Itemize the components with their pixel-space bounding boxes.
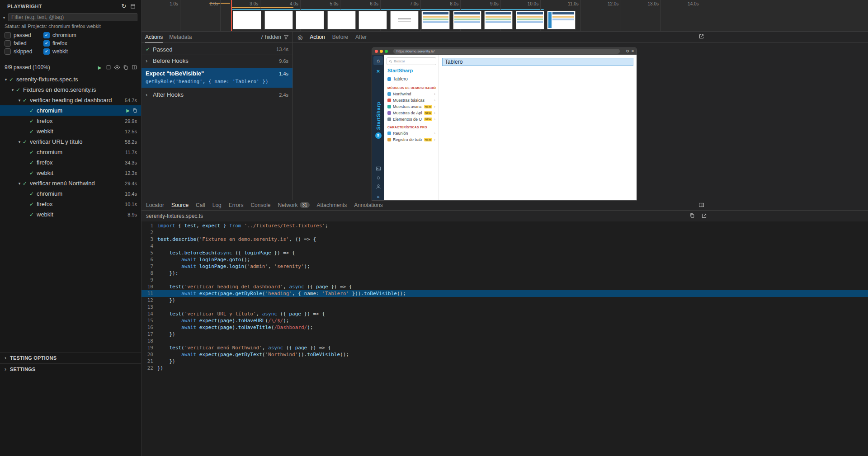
film-strip-frame[interactable] [547,11,576,29]
home-icon[interactable]: ⌂ [373,56,383,65]
film-strip-frame[interactable] [484,11,513,29]
nav-item-muestras-b-sicas[interactable]: Muestras básicas› [387,97,436,103]
pick-locator-icon[interactable]: ◎ [295,32,306,42]
address-bar[interactable]: https://demo.serenity.is/ [393,49,620,54]
checkbox-chromium[interactable]: ✓ [43,32,50,38]
nav-item-muestras-avanzadas[interactable]: Muestras avanzadasNEW› [387,103,436,110]
checkbox-passed[interactable] [5,32,11,38]
checkbox-failed[interactable] [5,40,11,47]
film-strip-frame[interactable] [453,11,481,29]
split-view-icon[interactable] [130,63,138,71]
code-text: }) [153,365,163,371]
nav-item-muestras-de-aplicaci-n[interactable]: Muestras de AplicaciónNEW› [387,110,436,116]
code-text [153,277,157,283]
film-strip-frame[interactable] [264,11,293,29]
tree-item-verificar-men-northwind[interactable]: ▾✓verificar menú Northwind29.4s [0,178,141,188]
filter-skipped[interactable]: skipped [5,48,43,55]
filter-chromium[interactable]: ✓chromium [43,32,137,38]
tree-item-firefox[interactable]: ✓firefox10.1s [0,199,141,209]
tree-item-chromium[interactable]: ✓chromium10.4s [0,188,141,199]
tab-annotations[interactable]: Annotations [354,200,382,210]
action-item-passed[interactable]: ✓Passed13.4s [142,44,292,55]
tree-item-webkit[interactable]: ✓webkit8.9s [0,209,141,220]
film-strip-frame[interactable] [516,11,544,29]
film-strip-frame[interactable] [327,11,356,29]
tree-item-webkit[interactable]: ✓webkit12.5s [0,126,141,136]
tab-source[interactable]: Source [171,200,189,210]
action-item-after-hooks[interactable]: ›After Hooks2.4s [142,89,292,100]
user-icon[interactable] [376,184,381,189]
tab-before[interactable]: Before [329,32,352,42]
tab-console[interactable]: Console [250,200,270,210]
checkbox-firefox[interactable]: ✓ [43,40,50,47]
film-strip-frame[interactable] [296,11,324,29]
run-test-icon[interactable]: ▶ [126,108,130,113]
tab-errors[interactable]: Errors [229,200,244,210]
pass-check-icon: ✓ [16,87,23,93]
tab-log[interactable]: Log [212,200,222,210]
close-icon[interactable]: × [377,68,380,75]
tree-item-serenity-fixtures-spec-ts[interactable]: ▾✓serenity-fixtures.spec.ts [0,74,141,85]
hidden-actions[interactable]: 7 hidden [260,32,289,42]
film-strip-frame[interactable] [233,11,261,29]
tab-locator[interactable]: Locator [146,200,164,210]
tab-after[interactable]: After [352,32,370,42]
search-input[interactable]: Buscar [387,57,436,65]
film-strip-frame[interactable] [421,11,450,29]
action-item-expect-tobevisible[interactable]: Expect "toBeVisible"1.4sgetByRole('headi… [142,68,292,88]
show-browser-icon[interactable] [113,63,121,71]
test-filter-input[interactable]: Filter (e.g. text, @tag) [8,13,137,21]
checkbox-skipped[interactable] [5,48,11,55]
tab-attachments[interactable]: Attachments [317,200,347,210]
filter-passed[interactable]: passed [5,32,43,38]
code-text: await expect(page.getByText('Northwind')… [153,351,349,358]
checkbox-webkit[interactable]: ✓ [43,48,50,55]
demo-nav: Buscar StartSharp Tablero MÓDULOS DE DEM… [384,55,439,200]
columns-layout-icon[interactable] [698,202,704,208]
nav-item-elementos-de-ui[interactable]: Elementos de UINEW› [387,116,436,122]
tab-call[interactable]: Call [196,200,205,210]
chevron-down-icon[interactable]: ▾ [1,15,7,20]
code-text: test('verificar menú Northwind', async (… [153,344,331,351]
tab-network[interactable]: Network31 [278,200,309,210]
tree-item-chromium[interactable]: ✓chromium▶ [0,105,141,116]
tree-item-verificar-url-y-t-tulo[interactable]: ▾✓verificar URL y título58.2s [0,136,141,147]
tab-actions[interactable]: Actions [145,32,163,42]
brand-link[interactable]: StartSharp [387,67,436,75]
tree-item-chromium[interactable]: ✓chromium11.7s [0,147,141,157]
copy-icon[interactable] [689,213,695,218]
stop-icon[interactable] [104,63,113,71]
filter-webkit[interactable]: ✓webkit [43,48,137,55]
nav-item-reuni-n[interactable]: Reunión› [387,130,436,136]
reveal-test-icon[interactable] [121,63,130,71]
tree-item-verificar-heading-del-dashboard[interactable]: ▾✓verificar heading del dashboard54.7s [0,95,141,105]
action-item-before-hooks[interactable]: ›Before Hooks9.6s [142,55,292,66]
filter-firefox[interactable]: ✓firefox [43,40,137,47]
filter-failed[interactable]: failed [5,40,43,47]
run-all-icon[interactable]: ▶ [95,63,104,71]
collapse-sidebar-icon[interactable]: « [377,194,379,199]
timeline[interactable]: 1.0s2.0s3.0s4.0s5.0s6.0s7.0s8.0s9.0s10.0… [142,0,868,32]
film-strip-frame[interactable] [390,11,419,29]
nav-item-registro-de-trabajo[interactable]: Registro de trabajoNEW› [387,136,436,143]
open-source-external-icon[interactable] [701,213,707,219]
code-area[interactable]: 1import { test, expect } from '../fixtur… [142,221,868,456]
tree-item-webkit[interactable]: ✓webkit12.3s [0,168,141,178]
collapse-panel-icon[interactable] [128,2,137,11]
gallery-icon[interactable] [376,166,381,171]
film-strip-frame[interactable] [359,11,387,29]
refresh-tests-icon[interactable]: ↻ [119,2,128,11]
tab-metadata[interactable]: Metadata [169,32,192,42]
tab-action[interactable]: Action [306,32,328,42]
theme-icon[interactable] [376,175,381,180]
nav-item-northwind[interactable]: Northwind› [387,91,436,97]
section-settings[interactable]: ›SETTINGS [0,363,141,375]
open-external-icon[interactable] [698,33,704,39]
nav-item-tablero[interactable]: Tablero [387,75,436,83]
tree-item-fixtures-en-demo-serenity-is[interactable]: ▾✓Fixtures en demo.serenity.is [0,85,141,95]
tree-item-firefox[interactable]: ✓firefox29.9s [0,116,141,126]
section-testing-options[interactable]: ›TESTING OPTIONS [0,352,141,363]
timeline-playhead[interactable] [231,0,232,31]
goto-source-icon[interactable] [132,108,137,113]
tree-item-firefox[interactable]: ✓firefox34.3s [0,157,141,168]
